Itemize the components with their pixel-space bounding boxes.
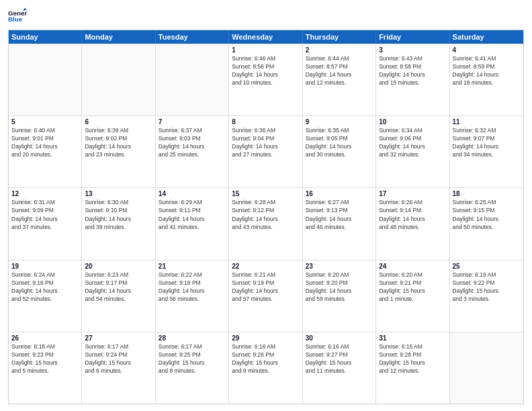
cell-info-line: Daylight: 14 hours <box>306 143 373 150</box>
day-number: 21 <box>159 263 226 270</box>
calendar-cell: 15Sunrise: 6:28 AMSunset: 9:12 PMDayligh… <box>229 188 302 259</box>
svg-text:Blue: Blue <box>8 15 23 23</box>
cell-info-line: Daylight: 14 hours <box>379 216 446 223</box>
calendar-cell: 25Sunrise: 6:19 AMSunset: 9:22 PMDayligh… <box>450 261 523 332</box>
day-number: 20 <box>85 263 152 270</box>
cell-info-line: and 34 minutes. <box>453 151 521 158</box>
day-number: 9 <box>306 118 373 126</box>
day-number: 1 <box>232 46 299 54</box>
day-number: 7 <box>159 118 226 126</box>
day-of-week-header: Monday <box>82 30 155 44</box>
cell-info-line: Daylight: 14 hours <box>379 71 446 79</box>
cell-info-line: and 52 minutes. <box>11 295 79 303</box>
cell-info-line: Sunrise: 6:17 AM <box>85 343 152 351</box>
calendar-cell: 28Sunrise: 6:17 AMSunset: 9:25 PMDayligh… <box>156 332 229 404</box>
cell-info-line: Sunrise: 6:20 AM <box>306 271 373 279</box>
day-number: 3 <box>379 46 446 54</box>
day-number: 16 <box>306 190 373 197</box>
cell-info-line: and 30 minutes. <box>306 151 373 158</box>
cell-info-line: Sunrise: 6:31 AM <box>11 199 79 206</box>
cell-info-line: Sunrise: 6:36 AM <box>232 127 299 134</box>
cell-info-line: and 54 minutes. <box>85 295 152 303</box>
day-number: 18 <box>453 190 521 197</box>
day-of-week-header: Thursday <box>303 30 376 44</box>
cell-info-line: Sunrise: 6:17 AM <box>159 343 226 351</box>
cell-info-line: and 32 minutes. <box>379 151 446 158</box>
cell-info-line: Sunrise: 6:44 AM <box>306 55 373 62</box>
cell-info-line: and 12 minutes. <box>306 79 373 87</box>
cell-info-line: Daylight: 14 hours <box>306 71 373 79</box>
cell-info-line: and 48 minutes. <box>379 224 446 231</box>
calendar-cell: 8Sunrise: 6:36 AMSunset: 9:04 PMDaylight… <box>229 116 302 187</box>
cell-info-line: Daylight: 14 hours <box>85 143 152 150</box>
calendar-cell: 9Sunrise: 6:35 AMSunset: 9:05 PMDaylight… <box>303 116 376 187</box>
day-number: 10 <box>379 118 446 126</box>
cell-info-line: Sunset: 9:22 PM <box>453 279 521 287</box>
cell-info-line: and 15 minutes. <box>379 79 446 87</box>
cell-info-line: and 27 minutes. <box>232 151 299 158</box>
cell-info-line: Sunset: 9:05 PM <box>306 135 373 142</box>
calendar-cell: 13Sunrise: 6:30 AMSunset: 9:10 PMDayligh… <box>82 188 155 259</box>
cell-info-line: Sunrise: 6:20 AM <box>379 271 446 279</box>
cell-info-line: Sunrise: 6:39 AM <box>85 127 152 134</box>
cell-info-line: Daylight: 14 hours <box>85 216 152 223</box>
cell-info-line: and 3 minutes. <box>453 295 521 303</box>
cell-info-line: Sunrise: 6:19 AM <box>453 271 521 279</box>
cell-info-line: Daylight: 14 hours <box>453 71 521 79</box>
cell-info-line: Daylight: 14 hours <box>232 71 299 79</box>
cell-info-line: Sunrise: 6:40 AM <box>11 127 79 134</box>
day-of-week-header: Wednesday <box>229 30 302 44</box>
calendar-cell: 2Sunrise: 6:44 AMSunset: 8:57 PMDaylight… <box>303 44 376 116</box>
calendar-cell: 3Sunrise: 6:43 AMSunset: 8:58 PMDaylight… <box>376 44 449 116</box>
cell-info-line: Sunrise: 6:27 AM <box>306 199 373 206</box>
cell-info-line: and 59 minutes. <box>306 295 373 303</box>
empty-cell <box>9 44 82 116</box>
day-of-week-header: Sunday <box>9 30 82 44</box>
cell-info-line: and 43 minutes. <box>232 224 299 231</box>
cell-info-line: Sunrise: 6:41 AM <box>453 55 521 62</box>
calendar-cell: 22Sunrise: 6:21 AMSunset: 9:19 PMDayligh… <box>229 261 302 332</box>
cell-info-line: Sunset: 8:59 PM <box>453 63 521 71</box>
cell-info-line: Daylight: 14 hours <box>232 216 299 223</box>
cell-info-line: Sunset: 8:57 PM <box>306 63 373 71</box>
cell-info-line: Sunset: 9:23 PM <box>11 351 79 359</box>
day-number: 5 <box>11 118 79 126</box>
cell-info-line: Daylight: 15 hours <box>85 359 152 367</box>
day-number: 13 <box>85 190 152 197</box>
cell-info-line: Sunrise: 6:18 AM <box>11 343 79 351</box>
calendar-cell: 14Sunrise: 6:29 AMSunset: 9:11 PMDayligh… <box>156 188 229 259</box>
cell-info-line: Sunset: 9:15 PM <box>453 207 521 214</box>
cell-info-line: Daylight: 14 hours <box>159 143 226 150</box>
cell-info-line: and 12 minutes. <box>379 367 446 375</box>
cell-info-line: and 25 minutes. <box>159 151 226 158</box>
day-number: 31 <box>379 334 446 342</box>
calendar-cell: 17Sunrise: 6:26 AMSunset: 9:14 PMDayligh… <box>376 188 449 259</box>
cell-info-line: Sunset: 9:06 PM <box>379 135 446 142</box>
cell-info-line: Sunset: 9:02 PM <box>85 135 152 142</box>
calendar-cell: 26Sunrise: 6:18 AMSunset: 9:23 PMDayligh… <box>9 332 82 404</box>
cell-info-line: Sunrise: 6:22 AM <box>159 271 226 279</box>
calendar-cell: 10Sunrise: 6:34 AMSunset: 9:06 PMDayligh… <box>376 116 449 187</box>
cell-info-line: Daylight: 15 hours <box>159 359 226 367</box>
cell-info-line: and 8 minutes. <box>159 367 226 375</box>
calendar-cell: 4Sunrise: 6:41 AMSunset: 8:59 PMDaylight… <box>450 44 523 116</box>
cell-info-line: Sunset: 9:13 PM <box>306 207 373 214</box>
cell-info-line: Sunset: 9:17 PM <box>85 279 152 287</box>
cell-info-line: Daylight: 14 hours <box>453 143 521 150</box>
day-number: 30 <box>306 334 373 342</box>
cell-info-line: Daylight: 15 hours <box>379 287 446 295</box>
cell-info-line: and 18 minutes. <box>453 79 521 87</box>
cell-info-line: Daylight: 14 hours <box>306 216 373 223</box>
cell-info-line: Sunrise: 6:35 AM <box>306 127 373 134</box>
day-number: 29 <box>232 334 299 342</box>
day-number: 27 <box>85 334 152 342</box>
cell-info-line: Daylight: 14 hours <box>11 287 79 295</box>
cell-info-line: Daylight: 14 hours <box>453 216 521 223</box>
day-number: 17 <box>379 190 446 197</box>
cell-info-line: Sunset: 9:27 PM <box>306 351 373 359</box>
calendar-cell: 23Sunrise: 6:20 AMSunset: 9:20 PMDayligh… <box>303 261 376 332</box>
day-of-week-header: Tuesday <box>156 30 229 44</box>
calendar-row: 19Sunrise: 6:24 AMSunset: 9:16 PMDayligh… <box>9 260 523 332</box>
day-number: 28 <box>159 334 226 342</box>
cell-info-line: Sunset: 9:26 PM <box>232 351 299 359</box>
